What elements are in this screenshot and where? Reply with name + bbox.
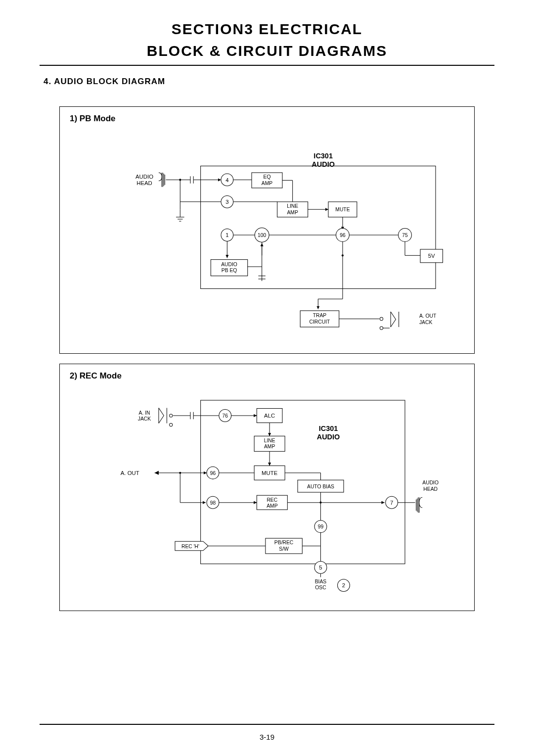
page-number: 3-19 [0,733,534,741]
trap-2: CIRCUIT [309,319,330,325]
bias-1: BIAS [315,579,327,584]
mute: MUTE [335,207,350,212]
trap-1: TRAP [313,313,327,318]
bias-2: OSC [315,585,326,590]
pin100: 100 [258,233,266,238]
line-amp-1: LINE [287,203,298,209]
pb-mode-svg: IC301 AUDIO AUDIO HEAD 4 EQ AMP [68,128,466,353]
ain-1: A. IN [139,410,150,416]
svg-marker-69 [155,471,159,475]
pin96b: 96 [210,471,216,476]
pin7: 7 [390,500,393,506]
ahead2-2: HEAD [423,486,438,492]
pin2: 2 [342,582,345,588]
subsection-title: 4. AUDIO BLOCK DIAGRAM [44,77,494,87]
aout-1: A. OUT [419,313,437,319]
pin4: 4 [225,177,228,183]
pin3: 3 [225,199,228,205]
ahead2-1: AUDIO [422,480,439,485]
audio-pbeq-2: PB EQ [222,268,237,273]
audio-head-1: AUDIO [135,174,153,180]
rec-mode-svg: IC301 AUDIO A. IN JACK 76 ALC [68,385,466,610]
svg-point-41 [342,254,344,256]
svg-point-15 [179,179,181,181]
eq-amp-1: EQ [264,174,271,180]
audio-pbeq-1: AUDIO [221,262,237,267]
line-amp-2: AMP [287,210,298,215]
ic301-label-2: AUDIO [312,160,335,168]
svg-point-53 [170,423,173,426]
v5: 5V [428,253,435,259]
pin98: 98 [210,500,216,506]
eq-amp-2: AMP [262,181,272,186]
pbrec-1: PB/REC [274,540,294,545]
ic301b-1: IC301 [319,425,338,432]
pin76: 76 [222,413,228,419]
lineamp2-1: LINE [264,438,275,443]
lineamp2-2: AMP [264,444,275,449]
footer-rule [40,724,494,725]
aout-2: JACK [419,320,433,325]
svg-point-52 [170,414,173,417]
rech: REC 'H' [181,544,199,549]
recamp-2: AMP [267,503,277,509]
ic301b-2: AUDIO [317,433,340,441]
title-rule [40,65,494,66]
svg-point-46 [380,317,383,320]
autobias: AUTO BIAS [307,484,334,489]
pin99: 99 [318,524,324,529]
page-title-line2: BLOCK & CIRCUIT DIAGRAMS [40,42,494,60]
alc: ALC [264,413,275,419]
pin96: 96 [340,233,346,238]
pbrec-2: S/W [279,546,289,552]
recamp-1: REC [267,497,277,503]
pb-mode-diagram: 1) PB Mode IC301 AUDIO AUDIO HEAD [59,106,475,354]
pin75: 75 [402,233,408,238]
svg-point-48 [380,327,383,330]
pin5: 5 [319,565,322,570]
pb-mode-title: 1) PB Mode [70,114,466,124]
ic301-label-1: IC301 [313,152,333,160]
pin1: 1 [225,232,228,238]
mute2: MUTE [262,470,278,476]
ain-2: JACK [138,416,151,422]
rec-mode-diagram: 2) REC Mode IC301 AUDIO A. IN JACK [59,364,475,611]
aout2: A. OUT [121,470,139,476]
rec-mode-title: 2) REC Mode [70,371,466,381]
page-title-line1: SECTION3 ELECTRICAL [40,20,494,39]
audio-head-2: HEAD [136,180,152,186]
